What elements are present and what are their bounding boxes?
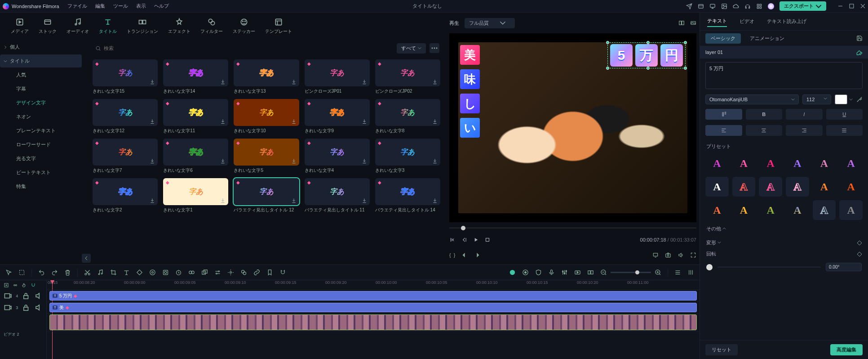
- advanced-edit-button[interactable]: 高度編集: [830, 344, 863, 355]
- inspector-tab-tts[interactable]: テキスト読み上げ: [767, 16, 806, 27]
- download-icon[interactable]: [220, 119, 226, 124]
- split-icon[interactable]: [587, 269, 594, 276]
- preview-quality-select[interactable]: フル品質: [465, 18, 515, 28]
- side-title-char[interactable]: し: [460, 94, 480, 113]
- download-icon[interactable]: [362, 119, 367, 124]
- download-icon[interactable]: [291, 79, 297, 85]
- rotate-value[interactable]: 0.00°: [826, 263, 862, 271]
- text-underline-button[interactable]: U: [826, 109, 863, 120]
- sidebar-item-6[interactable]: 光る文字: [4, 152, 82, 165]
- mixer-icon[interactable]: [561, 269, 568, 276]
- volume-icon[interactable]: [678, 252, 684, 258]
- search-box[interactable]: [95, 45, 393, 51]
- text-content-input[interactable]: 5 万円: [705, 62, 863, 89]
- marker-icon[interactable]: [266, 269, 273, 276]
- audio-beat-icon[interactable]: [97, 269, 104, 276]
- time-ruler[interactable]: 08:15 00:00:08:2000:00:09:0000:00:09:050…: [47, 280, 700, 290]
- preset-swatch[interactable]: A: [813, 200, 836, 220]
- sidebar-item-1[interactable]: 字幕: [4, 82, 82, 95]
- download-icon[interactable]: [291, 158, 297, 164]
- sidebar-item-4[interactable]: プレーンテキスト: [4, 124, 82, 137]
- gallery-thumb[interactable]: ◆字あバラエティ見出しタイトル 12: [234, 178, 299, 213]
- preview-canvas[interactable]: 美味しい 5万円: [449, 33, 696, 222]
- gallery-thumb[interactable]: ◆字あきれいな文字14: [163, 59, 228, 94]
- menu-edit[interactable]: 編集: [95, 3, 105, 9]
- track-header-text3[interactable]: 3: [0, 302, 46, 314]
- list-view-icon[interactable]: [674, 269, 681, 276]
- tab-title[interactable]: タイトル: [99, 18, 117, 35]
- gallery-thumb[interactable]: ◆字あきれいな文字5: [234, 139, 299, 174]
- save-preset-icon[interactable]: [856, 35, 863, 41]
- download-icon[interactable]: [220, 198, 226, 203]
- section-transform[interactable]: 変形: [700, 236, 868, 250]
- sidebar-item-0[interactable]: 人気: [4, 68, 82, 81]
- undo-icon[interactable]: [38, 269, 45, 276]
- mute-icon[interactable]: [34, 292, 43, 300]
- download-icon[interactable]: [362, 158, 367, 164]
- link-icon[interactable]: [253, 269, 260, 276]
- download-icon[interactable]: [150, 198, 155, 203]
- eyedropper-icon[interactable]: [856, 96, 863, 103]
- panel-icon[interactable]: [698, 3, 704, 9]
- marker-prev-icon[interactable]: [461, 252, 468, 258]
- sidebar-item-3[interactable]: ネオン: [4, 110, 82, 123]
- download-icon[interactable]: [150, 79, 155, 85]
- preset-swatch[interactable]: A: [813, 177, 836, 197]
- preset-swatch[interactable]: A: [732, 153, 756, 173]
- side-title-char[interactable]: 味: [460, 69, 480, 89]
- download-icon[interactable]: [362, 79, 367, 85]
- section-other[interactable]: その他: [700, 222, 868, 236]
- tab-media[interactable]: メディア: [11, 18, 29, 35]
- tab-filter[interactable]: フィルター: [200, 18, 223, 35]
- preview-seek-slider[interactable]: [449, 226, 696, 230]
- landscape-icon[interactable]: [690, 20, 696, 26]
- tracking-icon[interactable]: [227, 269, 234, 276]
- headphones-icon[interactable]: [744, 3, 751, 9]
- download-icon[interactable]: [432, 158, 438, 164]
- side-title-char[interactable]: い: [460, 118, 480, 138]
- gallery-thumb[interactable]: ◆字あきれいな文字7: [93, 139, 158, 174]
- sidebar-item-8[interactable]: 特集: [4, 180, 82, 193]
- tab-template[interactable]: テンプレート: [265, 18, 292, 35]
- pointer-icon[interactable]: [5, 269, 12, 276]
- preset-swatch[interactable]: A: [759, 177, 782, 197]
- side-title-char[interactable]: 美: [460, 45, 480, 65]
- selected-title-object[interactable]: 5万円: [607, 42, 686, 68]
- magnet-icon[interactable]: [279, 269, 286, 276]
- mask-icon[interactable]: [162, 269, 169, 276]
- download-icon[interactable]: [432, 119, 438, 124]
- rotate-slider[interactable]: 0.00°: [700, 261, 868, 273]
- marker-next-icon[interactable]: [474, 252, 480, 258]
- track-text-4[interactable]: T 5 万円 ◆: [47, 290, 700, 302]
- monitor-icon[interactable]: [709, 3, 716, 9]
- clip-text-5man[interactable]: T 5 万円 ◆: [49, 291, 697, 301]
- gallery-thumb[interactable]: ◆字あきれいな文字12: [93, 99, 158, 134]
- tab-audio[interactable]: オーディオ: [66, 18, 89, 35]
- preset-swatch[interactable]: A: [759, 153, 782, 173]
- clip-video-food[interactable]: [49, 314, 697, 330]
- track-header-video[interactable]: [0, 314, 46, 332]
- prev-frame-icon[interactable]: [449, 237, 456, 243]
- gallery-more-button[interactable]: [430, 43, 439, 53]
- preset-swatch[interactable]: A: [839, 200, 863, 220]
- redo-icon[interactable]: [51, 269, 58, 276]
- text-bold-button[interactable]: B: [746, 109, 783, 120]
- window-maximize-icon[interactable]: [849, 4, 854, 9]
- fullscreen-icon[interactable]: [690, 252, 696, 258]
- color-tool-icon[interactable]: [149, 269, 156, 276]
- preset-swatch[interactable]: A: [705, 153, 729, 173]
- sidebar-item-7[interactable]: ビートテキスト: [4, 166, 82, 179]
- play-icon[interactable]: [473, 237, 479, 243]
- mic-icon[interactable]: [548, 269, 555, 276]
- gallery-thumb[interactable]: ◆字あきれいな文字13: [234, 59, 299, 94]
- align-right-button[interactable]: [786, 125, 823, 136]
- download-icon[interactable]: [150, 119, 155, 124]
- download-icon[interactable]: [432, 79, 438, 85]
- preset-swatch[interactable]: A: [839, 177, 863, 197]
- gallery-thumb[interactable]: ◆字あきれいな文字1: [163, 178, 228, 213]
- cut-icon[interactable]: [84, 269, 91, 276]
- download-icon[interactable]: [362, 198, 367, 203]
- inspector-tab-video[interactable]: ビデオ: [740, 16, 754, 27]
- track-header-text4[interactable]: 4: [0, 290, 46, 302]
- display-icon[interactable]: [652, 252, 659, 258]
